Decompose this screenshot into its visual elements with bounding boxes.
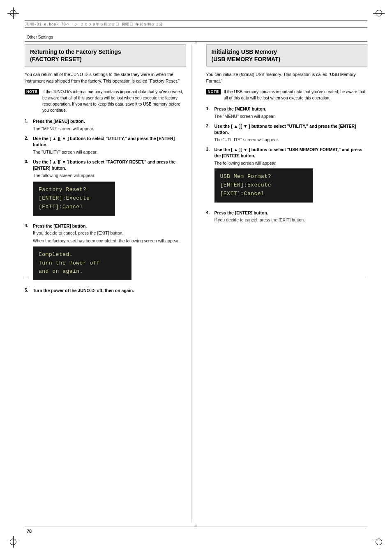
- lcd-usb-format: USB Mem Format? [ENTER]:Execute [EXIT]:C…: [214, 168, 313, 202]
- right-step-1-title: Press the [MENU] button.: [214, 106, 267, 112]
- header-bar: JUNO-Di_e.book 78ページ ２００９年６月２２日 月曜日 午前９時…: [25, 21, 367, 28]
- lcd-line2: [ENTER]:Execute: [39, 194, 109, 203]
- right-step-3-body: The following screen will appear.: [214, 160, 368, 166]
- right-step-2-title: Use the [ ▲ ][ ▼ ] buttons to select "UT…: [214, 123, 368, 135]
- reg-mark-bottom-right: [373, 536, 385, 548]
- left-step-4-body1: If you decide to cancel, press the [EXIT…: [33, 230, 186, 236]
- right-step-4-body: If you decide to cancel, press the [EXIT…: [214, 217, 368, 223]
- center-tick-top: [196, 41, 196, 44]
- right-step-2: 2. Use the [ ▲ ][ ▼ ] buttons to select …: [206, 123, 368, 143]
- left-step-3-title: Use the [ ▲ ][ ▼ ] buttons to select "FA…: [33, 159, 186, 171]
- left-column: Returning to the Factory Settings (FACTO…: [25, 44, 191, 522]
- usb-lcd-line3: [EXIT]:Cancel: [220, 190, 307, 198]
- lcd-factory-reset: Factory Reset? [ENTER]:Execute [EXIT]:Ca…: [33, 182, 115, 215]
- left-intro-text: You can return all of the JUNO-Di's sett…: [25, 71, 186, 85]
- lcd2-line1: Completed.: [39, 251, 126, 259]
- left-step-3: 3. Use the [ ▲ ][ ▼ ] buttons to select …: [25, 159, 186, 219]
- right-column: Initializing USB Memory (USB MEMORY FORM…: [201, 44, 368, 522]
- right-step-4-num: 4.: [206, 210, 212, 216]
- right-step-1-body: The "MENU" screen will appear.: [214, 113, 368, 120]
- left-section-title-box: Returning to the Factory Settings (FACTO…: [25, 44, 186, 67]
- reg-mark-top-right: [373, 7, 385, 19]
- right-step-4: 4. Press the [ENTER] button. If you deci…: [206, 210, 368, 223]
- left-step-4-title: Press the [ENTER] button.: [33, 223, 87, 229]
- left-step-1: 1. Press the [MENU] button. The "MENU" s…: [25, 118, 186, 131]
- right-step-2-num: 2.: [206, 123, 212, 135]
- left-step-2-title: Use the [ ▲ ][ ▼ ] buttons to select "UT…: [33, 136, 186, 147]
- center-tick-bottom: [196, 525, 196, 527]
- lcd2-line3: and on again.: [39, 267, 126, 276]
- right-section-title: Initializing USB Memory (USB MEMORY FORM…: [212, 48, 362, 63]
- left-step-4-body2: When the factory reset has been complete…: [33, 238, 186, 244]
- lcd2-line2: Turn the Power off: [39, 259, 126, 268]
- left-note-text: If the JUNO-Di's internal memory contain…: [42, 89, 186, 113]
- right-step-1-num: 1.: [206, 106, 212, 112]
- usb-lcd-line2: [ENTER]:Execute: [220, 181, 307, 190]
- right-note-label: NOTE: [206, 89, 221, 94]
- right-section-title-box: Initializing USB Memory (USB MEMORY FORM…: [206, 44, 368, 67]
- left-note-box: NOTE If the JUNO-Di's internal memory co…: [25, 89, 186, 113]
- content-area: Returning to the Factory Settings (FACTO…: [25, 44, 367, 522]
- right-step-2-body: The "UTILITY" screen will appear.: [214, 137, 368, 143]
- reg-mark-bottom-left: [7, 536, 19, 548]
- left-step-3-body: The following screen will appear.: [33, 173, 186, 179]
- left-step-4: 4. Press the [ENTER] button. If you deci…: [25, 223, 186, 283]
- left-step-1-title: Press the [MENU] button.: [33, 118, 85, 124]
- left-step-5-title: Turn the power of the JUNO-Di off, then …: [33, 288, 134, 294]
- left-step-2-body: The "UTILITY" screen will appear.: [33, 149, 186, 155]
- right-note-box: NOTE If the USB memory contains importan…: [206, 89, 368, 101]
- left-step-2: 2. Use the [ ▲ ][ ▼ ] buttons to select …: [25, 136, 186, 155]
- right-step-3-num: 3.: [206, 147, 212, 159]
- left-step-2-num: 2.: [25, 136, 30, 147]
- left-step-1-body: The "MENU" screen will appear.: [33, 126, 186, 132]
- right-intro-text: You can initialize (format) USB memory. …: [206, 71, 368, 85]
- right-step-1: 1. Press the [MENU] button. The "MENU" s…: [206, 106, 368, 119]
- right-step-3-title: Use the [ ▲ ][ ▼ ] buttons to select "US…: [214, 147, 368, 159]
- right-step-4-title: Press the [ENTER] button.: [214, 210, 268, 216]
- left-step-3-num: 3.: [25, 159, 30, 171]
- lcd-line3: [EXIT]:Cancel: [39, 203, 109, 212]
- left-step-5-num: 5.: [25, 288, 30, 294]
- left-section-title: Returning to the Factory Settings (FACTO…: [30, 48, 181, 63]
- right-step-3: 3. Use the [ ▲ ][ ▼ ] buttons to select …: [206, 147, 368, 205]
- lcd-line1: Factory Reset?: [39, 186, 109, 194]
- left-step-5: 5. Turn the power of the JUNO-Di off, th…: [25, 288, 186, 294]
- right-note-text: If the USB memory contains important dat…: [224, 89, 367, 101]
- left-step-4-num: 4.: [25, 223, 30, 229]
- section-label: Other Settings: [27, 35, 53, 39]
- lcd-completed: Completed. Turn the Power off and on aga…: [33, 246, 131, 280]
- usb-lcd-line1: USB Mem Format?: [220, 173, 307, 181]
- left-step-1-num: 1.: [25, 118, 30, 124]
- header-text: JUNO-Di_e.book 78ページ ２００９年６月２２日 月曜日 午前９時…: [25, 22, 163, 27]
- left-note-label: NOTE: [25, 89, 39, 94]
- reg-mark-top-left: [7, 7, 19, 19]
- page-number: 78: [27, 529, 32, 534]
